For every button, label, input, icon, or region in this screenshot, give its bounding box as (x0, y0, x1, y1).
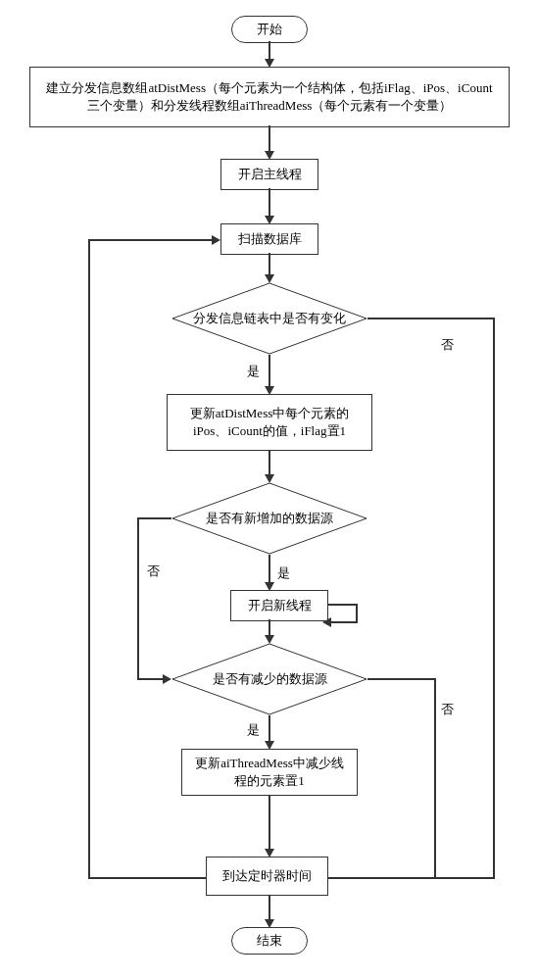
connector (367, 678, 436, 680)
connector (493, 318, 495, 879)
connector (269, 451, 270, 476)
decision-new-source-text: 是否有新增加的数据源 (186, 511, 353, 527)
decision-less-source: 是否有减少的数据源 (171, 643, 367, 715)
connector (137, 517, 171, 519)
process-scan-db: 扫描数据库 (220, 223, 318, 255)
connector (88, 239, 90, 879)
end-terminator: 结束 (231, 927, 308, 955)
edge-no-3: 否 (441, 701, 454, 718)
start-label: 开始 (257, 21, 282, 38)
connector (328, 604, 358, 606)
process-update-dist: 更新atDistMess中每个元素的iPos、iCount的值，iFlag置1 (167, 394, 372, 451)
connector (88, 239, 214, 241)
connector (269, 555, 270, 584)
process-init: 建立分发信息数组atDistMess（每个元素为一个结构体，包括iFlag、iP… (29, 67, 510, 127)
decision-less-source-text: 是否有减少的数据源 (193, 671, 347, 688)
process-scan-db-text: 扫描数据库 (238, 230, 302, 248)
edge-no-2: 否 (147, 563, 160, 580)
end-label: 结束 (257, 932, 282, 950)
connector (88, 877, 206, 879)
edge-yes-1: 是 (247, 363, 260, 380)
edge-yes-2: 是 (277, 564, 290, 582)
connector (356, 604, 358, 623)
connector (269, 253, 270, 276)
process-timer: 到达定时器时间 (206, 857, 328, 896)
process-init-text: 建立分发信息数组atDistMess（每个元素为一个结构体，包括iFlag、iP… (44, 79, 495, 115)
connector (137, 678, 165, 680)
decision-new-source: 是否有新增加的数据源 (171, 482, 367, 555)
connector (269, 715, 270, 743)
connector (330, 621, 358, 623)
edge-no-1: 否 (441, 336, 454, 354)
edge-yes-3: 是 (247, 721, 260, 739)
process-update-thread-text: 更新aiThreadMess中减少线程的元素置1 (192, 755, 347, 790)
start-terminator: 开始 (231, 16, 308, 43)
decision-list-changed-text: 分发信息链表中是否有变化 (173, 311, 366, 327)
process-update-thread: 更新aiThreadMess中减少线程的元素置1 (181, 749, 358, 796)
process-timer-text: 到达定时器时间 (222, 867, 312, 885)
process-update-dist-text: 更新atDistMess中每个元素的iPos、iCount的值，iFlag置1 (177, 405, 362, 440)
connector (269, 125, 270, 153)
process-main-thread-text: 开启主线程 (238, 166, 302, 183)
connector (269, 188, 270, 218)
arrow (212, 235, 220, 245)
process-new-thread: 开启新线程 (230, 590, 328, 621)
connector (367, 318, 495, 319)
connector (269, 355, 270, 388)
connector (137, 517, 139, 680)
connector (269, 41, 270, 61)
connector (269, 796, 270, 851)
connector (326, 877, 495, 879)
decision-list-changed: 分发信息链表中是否有变化 (171, 282, 367, 355)
arrow (163, 674, 171, 684)
process-new-thread-text: 开启新线程 (248, 597, 312, 614)
arrow (322, 617, 331, 627)
connector (434, 678, 436, 879)
connector (269, 896, 270, 921)
process-main-thread: 开启主线程 (220, 159, 318, 190)
